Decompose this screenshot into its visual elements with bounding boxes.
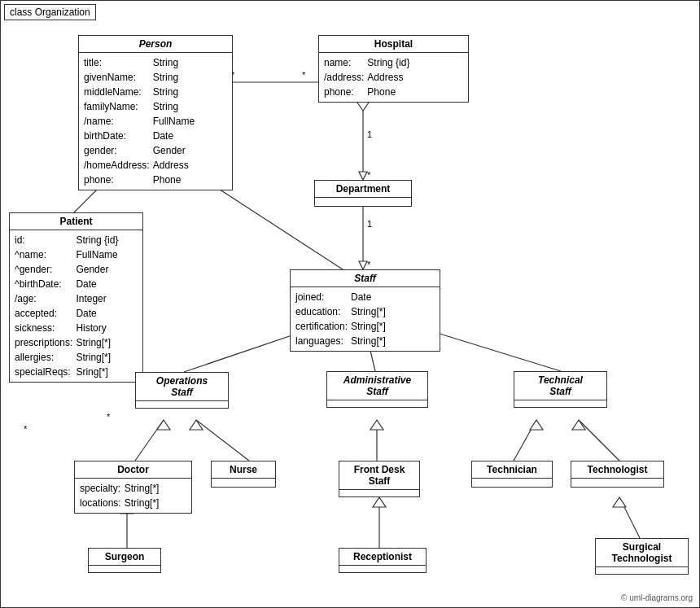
svg-line-22: [135, 420, 164, 461]
class-surgical-tech-header: Surgical Technologist: [596, 539, 688, 567]
class-surgical-tech-body: [596, 567, 688, 574]
svg-text:*: *: [302, 70, 306, 80]
class-admin-staff-header: Administrative Staff: [327, 372, 427, 400]
class-admin-staff-body: [327, 400, 427, 407]
svg-text:*: *: [367, 170, 371, 180]
class-hospital-header: Hospital: [319, 36, 468, 53]
class-patient: Patient id:String {id} ^name:FullName ^g…: [9, 212, 143, 383]
class-person: Person title:String givenName:String mid…: [78, 35, 233, 190]
class-technician-body: [472, 479, 552, 487]
class-front-desk-header: Front Desk Staff: [339, 461, 419, 490]
class-operations-staff-body: [136, 401, 228, 408]
class-department-header: Department: [315, 181, 411, 198]
class-receptionist-header: Receptionist: [339, 549, 426, 566]
class-nurse: Nurse: [211, 461, 276, 488]
class-staff-body: joined:Date education:String[*] certific…: [291, 287, 440, 351]
diagram-container: class Organization * * 1 * 1 *: [0, 0, 700, 608]
svg-line-36: [619, 497, 640, 538]
class-hospital-body: name:String {id} /address:Address phone:…: [319, 53, 468, 102]
svg-marker-37: [613, 497, 626, 507]
copyright-text: © uml-diagrams.org: [621, 593, 693, 602]
class-admin-staff: Administrative Staff: [326, 371, 428, 408]
svg-text:*: *: [24, 424, 28, 434]
class-surgical-tech: Surgical Technologist: [595, 538, 689, 575]
class-department: Department: [314, 180, 412, 207]
svg-text:1: 1: [367, 129, 372, 139]
svg-marker-6: [359, 172, 367, 180]
class-department-body: [315, 198, 411, 206]
svg-marker-23: [157, 420, 170, 430]
class-technician-header: Technician: [472, 461, 552, 479]
class-person-body: title:String givenName:String middleName…: [79, 53, 232, 190]
class-nurse-header: Nurse: [212, 461, 275, 479]
class-doctor-header: Doctor: [75, 461, 191, 479]
svg-marker-35: [373, 497, 386, 507]
svg-marker-10: [359, 261, 367, 269]
class-person-header: Person: [79, 36, 232, 53]
class-surgeon-body: [89, 566, 160, 572]
svg-text:1: 1: [367, 219, 372, 229]
class-receptionist: Receptionist: [339, 548, 427, 573]
class-operations-staff-header: Operations Staff: [136, 373, 228, 401]
diagram-title: class Organization: [4, 4, 96, 20]
svg-line-28: [514, 420, 536, 461]
class-technologist: Technologist: [571, 461, 664, 488]
class-patient-header: Patient: [10, 213, 142, 230]
class-nurse-body: [212, 479, 275, 487]
class-front-desk-body: [339, 490, 419, 496]
class-front-desk: Front Desk Staff: [339, 461, 420, 497]
class-staff: Staff joined:Date education:String[*] ce…: [290, 269, 440, 352]
class-technologist-header: Technologist: [571, 461, 663, 479]
class-technical-staff-header: Technical Staff: [514, 372, 606, 400]
class-doctor-body: specialty:String[*] locations:String[*]: [75, 479, 191, 513]
class-technical-staff-body: [514, 400, 606, 407]
svg-text:*: *: [367, 260, 371, 269]
class-doctor: Doctor specialty:String[*] locations:Str…: [74, 461, 192, 514]
class-hospital: Hospital name:String {id} /address:Addre…: [318, 35, 469, 103]
svg-marker-27: [370, 420, 383, 430]
class-surgeon: Surgeon: [88, 548, 161, 573]
class-receptionist-body: [339, 566, 426, 572]
svg-marker-29: [530, 420, 543, 430]
svg-marker-31: [572, 420, 585, 430]
class-patient-body: id:String {id} ^name:FullName ^gender:Ge…: [10, 230, 142, 382]
svg-text:*: *: [107, 412, 111, 422]
svg-marker-25: [190, 420, 203, 430]
class-surgeon-header: Surgeon: [89, 549, 160, 566]
class-technician: Technician: [471, 461, 553, 488]
class-technologist-body: [571, 479, 663, 487]
class-technical-staff: Technical Staff: [514, 371, 607, 408]
class-operations-staff: Operations Staff: [135, 372, 229, 409]
class-staff-header: Staff: [291, 270, 440, 287]
svg-line-30: [579, 420, 619, 461]
svg-line-24: [196, 420, 249, 461]
